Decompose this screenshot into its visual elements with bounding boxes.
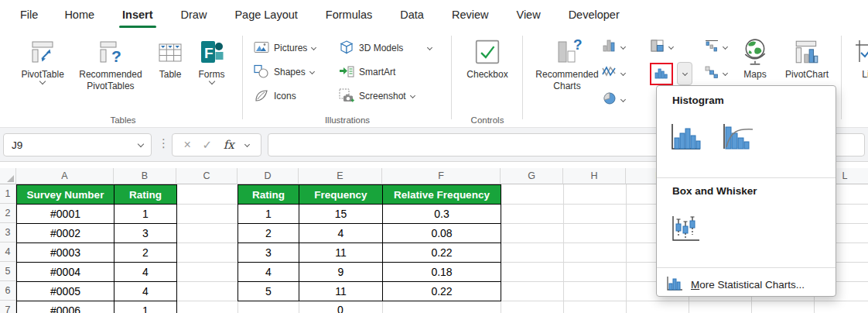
table-cell[interactable]: Rating	[238, 185, 299, 205]
cancel-icon[interactable]: ×	[184, 138, 191, 152]
table-cell[interactable]: 11	[299, 243, 383, 263]
chevron-down-icon	[410, 92, 415, 98]
pivottable-button[interactable]: PivotTable	[21, 36, 63, 84]
column-header-d[interactable]: D	[238, 168, 299, 184]
statistic-chart-button[interactable]	[650, 60, 704, 87]
row-header-2[interactable]: 2	[0, 204, 16, 223]
row-header-1[interactable]: 1	[0, 184, 16, 204]
table-cell[interactable]: #0005	[17, 282, 114, 301]
tab-draw[interactable]: Draw	[167, 0, 221, 29]
enter-icon[interactable]: ✓	[203, 138, 213, 152]
more-statistical-charts-item[interactable]: More Statistical Charts...	[657, 273, 836, 296]
shapes-button[interactable]: Shapes	[254, 60, 339, 84]
tab-view[interactable]: View	[502, 0, 554, 29]
table-cell[interactable]: #0006	[17, 301, 114, 313]
recommended-pivottables-button[interactable]: ? Recommended PivotTables	[79, 36, 142, 91]
select-all-corner[interactable]	[0, 168, 16, 184]
column-header-g[interactable]: G	[501, 168, 563, 184]
line-area-chart-button[interactable]	[602, 60, 650, 87]
table-cell[interactable]: 1	[238, 205, 299, 224]
column-header-a[interactable]: A	[16, 168, 114, 184]
pareto-chart-option[interactable]	[716, 117, 757, 160]
sparkline-line-button[interactable]: Li	[854, 36, 868, 80]
row-header-7[interactable]: 7	[0, 301, 16, 313]
table-cell[interactable]: 2	[238, 224, 299, 243]
box-whisker-chart-option[interactable]	[665, 208, 706, 252]
smartart-button[interactable]: SmartArt	[339, 60, 447, 84]
table-cell[interactable]: 3	[114, 224, 177, 243]
hierarchy-chart-button[interactable]	[650, 34, 704, 60]
chevron-down-icon[interactable]	[244, 141, 250, 146]
tab-home[interactable]: Home	[50, 0, 108, 29]
maps-button[interactable]: Maps	[735, 36, 775, 80]
tab-review[interactable]: Review	[438, 0, 503, 29]
waterfall-chart-icon	[704, 39, 719, 56]
table-cell[interactable]: #0003	[17, 243, 114, 263]
forms-button[interactable]: F Forms	[199, 36, 225, 84]
table-cell[interactable]: 0.22	[383, 282, 501, 301]
tab-data[interactable]: Data	[386, 0, 438, 29]
table-cell[interactable]: 4	[238, 263, 299, 282]
3d-models-button[interactable]: 3D Models	[339, 36, 447, 60]
icons-button[interactable]: Icons	[254, 84, 339, 108]
forms-icon: F	[199, 36, 225, 68]
shapes-icon	[254, 64, 269, 81]
table-cell[interactable]: #0004	[17, 263, 114, 282]
pie-chart-button[interactable]	[602, 87, 650, 113]
table-cell[interactable]: #0002	[17, 224, 114, 243]
table-cell[interactable]: 0.3	[383, 205, 501, 224]
table-cell[interactable]: 2	[114, 243, 177, 263]
table-button[interactable]: Table	[157, 36, 183, 80]
table-icon	[157, 36, 183, 68]
cell-e7[interactable]: 0	[299, 301, 382, 313]
table-cell[interactable]: 0.22	[383, 243, 501, 263]
table-cell[interactable]: 1	[114, 301, 177, 313]
insert-function-icon[interactable]: fx	[224, 138, 234, 152]
table-cell[interactable]: Rating	[114, 185, 177, 205]
row-header-4[interactable]: 4	[0, 242, 16, 262]
checkbox-button[interactable]: Checkbox	[466, 36, 507, 128]
table-cell[interactable]: 4	[114, 263, 177, 282]
svg-text:F: F	[204, 45, 214, 61]
table-cell[interactable]: 11	[299, 282, 383, 301]
tab-page-layout[interactable]: Page Layout	[220, 0, 311, 29]
tab-insert[interactable]: Insert	[108, 0, 167, 29]
table-cell[interactable]: 0.08	[383, 224, 501, 243]
table-cell[interactable]: #0001	[17, 205, 114, 224]
pictures-button[interactable]: Pictures	[254, 36, 339, 60]
row-header-3[interactable]: 3	[0, 223, 16, 242]
column-header-f[interactable]: F	[382, 168, 501, 184]
svg-text:?: ?	[111, 47, 121, 65]
tab-file[interactable]: File	[8, 0, 50, 29]
table-cell[interactable]: 4	[114, 282, 177, 301]
histogram-chart-icon	[654, 66, 669, 83]
recommended-charts-button[interactable]: ? Recommended Charts	[534, 36, 600, 91]
formula-bar-handle[interactable]: ⋮	[158, 136, 169, 150]
pivotchart-button[interactable]: PivotChart	[778, 36, 836, 80]
screenshot-button[interactable]: Screenshot	[339, 84, 447, 108]
column-bar-chart-button[interactable]	[602, 34, 650, 60]
icons-icon	[254, 88, 269, 105]
chevron-down-icon	[682, 70, 687, 75]
name-box[interactable]: J9	[3, 133, 152, 156]
row-header-5[interactable]: 5	[0, 262, 16, 281]
table-cell[interactable]: 1	[114, 205, 177, 224]
table-cell[interactable]: 5	[238, 282, 299, 301]
statistic-chart-dropdown-button[interactable]	[677, 62, 692, 85]
histogram-chart-option[interactable]	[665, 117, 706, 160]
table-cell[interactable]: 0.18	[383, 263, 501, 282]
column-header-b[interactable]: B	[114, 168, 176, 184]
table-cell[interactable]: Frequency	[299, 185, 383, 205]
table-cell[interactable]: 4	[299, 224, 383, 243]
table-cell[interactable]: Survey Number	[17, 185, 114, 205]
row-header-6[interactable]: 6	[0, 281, 16, 301]
table-cell[interactable]: 15	[299, 205, 383, 224]
table-cell[interactable]: Relative Frequency	[383, 185, 501, 205]
column-header-e[interactable]: E	[299, 168, 382, 184]
table-cell[interactable]: 9	[299, 263, 383, 282]
tab-developer[interactable]: Developer	[555, 0, 634, 29]
column-header-c[interactable]: C	[176, 168, 238, 184]
table-cell[interactable]: 3	[238, 243, 299, 263]
tab-formulas[interactable]: Formulas	[312, 0, 386, 29]
column-header-h[interactable]: H	[563, 168, 626, 184]
